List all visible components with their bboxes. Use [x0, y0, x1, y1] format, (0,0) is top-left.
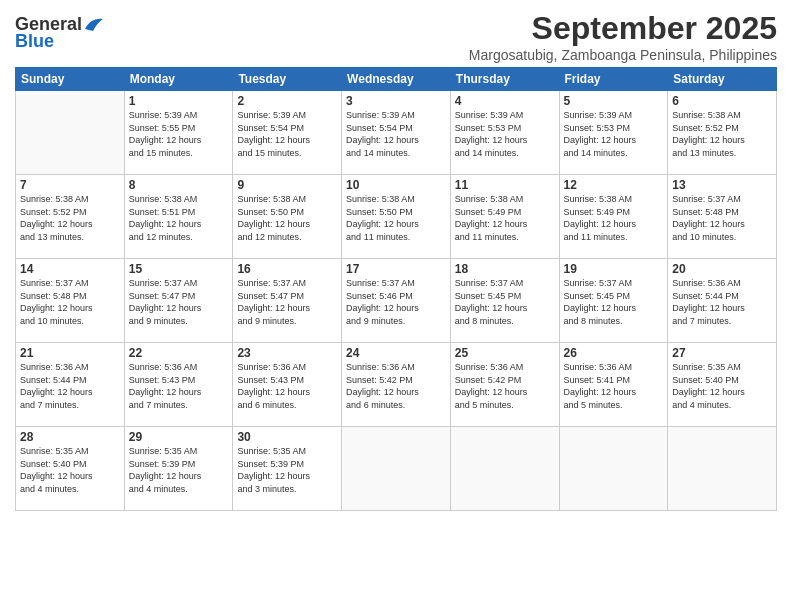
calendar-header-row: Sunday Monday Tuesday Wednesday Thursday…	[16, 68, 777, 91]
day-info: Sunrise: 5:37 AM Sunset: 5:48 PM Dayligh…	[20, 277, 120, 327]
table-row: 14Sunrise: 5:37 AM Sunset: 5:48 PM Dayli…	[16, 259, 125, 343]
day-number: 13	[672, 178, 772, 192]
table-row: 11Sunrise: 5:38 AM Sunset: 5:49 PM Dayli…	[450, 175, 559, 259]
day-number: 28	[20, 430, 120, 444]
table-row: 12Sunrise: 5:38 AM Sunset: 5:49 PM Dayli…	[559, 175, 668, 259]
col-sunday: Sunday	[16, 68, 125, 91]
month-title: September 2025	[469, 10, 777, 47]
table-row: 23Sunrise: 5:36 AM Sunset: 5:43 PM Dayli…	[233, 343, 342, 427]
col-monday: Monday	[124, 68, 233, 91]
col-wednesday: Wednesday	[342, 68, 451, 91]
calendar-table: Sunday Monday Tuesday Wednesday Thursday…	[15, 67, 777, 511]
table-row: 7Sunrise: 5:38 AM Sunset: 5:52 PM Daylig…	[16, 175, 125, 259]
day-info: Sunrise: 5:35 AM Sunset: 5:39 PM Dayligh…	[129, 445, 229, 495]
header: General Blue September 2025 Margosatubig…	[15, 10, 777, 63]
day-number: 8	[129, 178, 229, 192]
table-row: 20Sunrise: 5:36 AM Sunset: 5:44 PM Dayli…	[668, 259, 777, 343]
calendar-week-row: 14Sunrise: 5:37 AM Sunset: 5:48 PM Dayli…	[16, 259, 777, 343]
day-number: 2	[237, 94, 337, 108]
table-row: 18Sunrise: 5:37 AM Sunset: 5:45 PM Dayli…	[450, 259, 559, 343]
day-info: Sunrise: 5:39 AM Sunset: 5:54 PM Dayligh…	[346, 109, 446, 159]
day-info: Sunrise: 5:36 AM Sunset: 5:44 PM Dayligh…	[20, 361, 120, 411]
table-row: 13Sunrise: 5:37 AM Sunset: 5:48 PM Dayli…	[668, 175, 777, 259]
table-row: 2Sunrise: 5:39 AM Sunset: 5:54 PM Daylig…	[233, 91, 342, 175]
table-row: 24Sunrise: 5:36 AM Sunset: 5:42 PM Dayli…	[342, 343, 451, 427]
day-number: 29	[129, 430, 229, 444]
day-number: 20	[672, 262, 772, 276]
day-info: Sunrise: 5:38 AM Sunset: 5:50 PM Dayligh…	[237, 193, 337, 243]
table-row: 17Sunrise: 5:37 AM Sunset: 5:46 PM Dayli…	[342, 259, 451, 343]
day-info: Sunrise: 5:38 AM Sunset: 5:52 PM Dayligh…	[20, 193, 120, 243]
day-number: 21	[20, 346, 120, 360]
day-number: 6	[672, 94, 772, 108]
day-info: Sunrise: 5:36 AM Sunset: 5:43 PM Dayligh…	[129, 361, 229, 411]
day-info: Sunrise: 5:38 AM Sunset: 5:51 PM Dayligh…	[129, 193, 229, 243]
day-info: Sunrise: 5:38 AM Sunset: 5:52 PM Dayligh…	[672, 109, 772, 159]
table-row: 29Sunrise: 5:35 AM Sunset: 5:39 PM Dayli…	[124, 427, 233, 511]
table-row: 3Sunrise: 5:39 AM Sunset: 5:54 PM Daylig…	[342, 91, 451, 175]
table-row: 26Sunrise: 5:36 AM Sunset: 5:41 PM Dayli…	[559, 343, 668, 427]
day-number: 7	[20, 178, 120, 192]
day-info: Sunrise: 5:36 AM Sunset: 5:43 PM Dayligh…	[237, 361, 337, 411]
calendar-week-row: 7Sunrise: 5:38 AM Sunset: 5:52 PM Daylig…	[16, 175, 777, 259]
location: Margosatubig, Zamboanga Peninsula, Phili…	[469, 47, 777, 63]
day-info: Sunrise: 5:39 AM Sunset: 5:53 PM Dayligh…	[455, 109, 555, 159]
table-row	[16, 91, 125, 175]
table-row	[559, 427, 668, 511]
day-number: 9	[237, 178, 337, 192]
day-info: Sunrise: 5:35 AM Sunset: 5:40 PM Dayligh…	[20, 445, 120, 495]
table-row: 25Sunrise: 5:36 AM Sunset: 5:42 PM Dayli…	[450, 343, 559, 427]
day-number: 22	[129, 346, 229, 360]
title-block: September 2025 Margosatubig, Zamboanga P…	[469, 10, 777, 63]
logo-blue: Blue	[15, 31, 54, 52]
col-saturday: Saturday	[668, 68, 777, 91]
day-number: 15	[129, 262, 229, 276]
day-number: 4	[455, 94, 555, 108]
day-info: Sunrise: 5:36 AM Sunset: 5:42 PM Dayligh…	[455, 361, 555, 411]
day-number: 5	[564, 94, 664, 108]
col-tuesday: Tuesday	[233, 68, 342, 91]
day-info: Sunrise: 5:38 AM Sunset: 5:49 PM Dayligh…	[564, 193, 664, 243]
table-row: 15Sunrise: 5:37 AM Sunset: 5:47 PM Dayli…	[124, 259, 233, 343]
day-number: 26	[564, 346, 664, 360]
table-row: 5Sunrise: 5:39 AM Sunset: 5:53 PM Daylig…	[559, 91, 668, 175]
day-info: Sunrise: 5:36 AM Sunset: 5:44 PM Dayligh…	[672, 277, 772, 327]
table-row: 16Sunrise: 5:37 AM Sunset: 5:47 PM Dayli…	[233, 259, 342, 343]
day-info: Sunrise: 5:39 AM Sunset: 5:55 PM Dayligh…	[129, 109, 229, 159]
day-info: Sunrise: 5:38 AM Sunset: 5:50 PM Dayligh…	[346, 193, 446, 243]
day-number: 3	[346, 94, 446, 108]
day-number: 25	[455, 346, 555, 360]
day-info: Sunrise: 5:35 AM Sunset: 5:39 PM Dayligh…	[237, 445, 337, 495]
page: General Blue September 2025 Margosatubig…	[0, 0, 792, 612]
table-row	[668, 427, 777, 511]
day-info: Sunrise: 5:36 AM Sunset: 5:42 PM Dayligh…	[346, 361, 446, 411]
day-number: 19	[564, 262, 664, 276]
table-row: 4Sunrise: 5:39 AM Sunset: 5:53 PM Daylig…	[450, 91, 559, 175]
day-number: 17	[346, 262, 446, 276]
day-number: 10	[346, 178, 446, 192]
day-info: Sunrise: 5:37 AM Sunset: 5:47 PM Dayligh…	[129, 277, 229, 327]
day-info: Sunrise: 5:36 AM Sunset: 5:41 PM Dayligh…	[564, 361, 664, 411]
day-info: Sunrise: 5:35 AM Sunset: 5:40 PM Dayligh…	[672, 361, 772, 411]
day-info: Sunrise: 5:39 AM Sunset: 5:53 PM Dayligh…	[564, 109, 664, 159]
calendar-week-row: 28Sunrise: 5:35 AM Sunset: 5:40 PM Dayli…	[16, 427, 777, 511]
day-info: Sunrise: 5:38 AM Sunset: 5:49 PM Dayligh…	[455, 193, 555, 243]
calendar-week-row: 1Sunrise: 5:39 AM Sunset: 5:55 PM Daylig…	[16, 91, 777, 175]
table-row: 21Sunrise: 5:36 AM Sunset: 5:44 PM Dayli…	[16, 343, 125, 427]
day-number: 11	[455, 178, 555, 192]
day-number: 27	[672, 346, 772, 360]
table-row: 27Sunrise: 5:35 AM Sunset: 5:40 PM Dayli…	[668, 343, 777, 427]
table-row	[342, 427, 451, 511]
day-number: 14	[20, 262, 120, 276]
col-thursday: Thursday	[450, 68, 559, 91]
table-row: 6Sunrise: 5:38 AM Sunset: 5:52 PM Daylig…	[668, 91, 777, 175]
table-row: 19Sunrise: 5:37 AM Sunset: 5:45 PM Dayli…	[559, 259, 668, 343]
table-row	[450, 427, 559, 511]
table-row: 30Sunrise: 5:35 AM Sunset: 5:39 PM Dayli…	[233, 427, 342, 511]
day-number: 16	[237, 262, 337, 276]
calendar-week-row: 21Sunrise: 5:36 AM Sunset: 5:44 PM Dayli…	[16, 343, 777, 427]
table-row: 1Sunrise: 5:39 AM Sunset: 5:55 PM Daylig…	[124, 91, 233, 175]
day-info: Sunrise: 5:37 AM Sunset: 5:48 PM Dayligh…	[672, 193, 772, 243]
table-row: 28Sunrise: 5:35 AM Sunset: 5:40 PM Dayli…	[16, 427, 125, 511]
table-row: 22Sunrise: 5:36 AM Sunset: 5:43 PM Dayli…	[124, 343, 233, 427]
